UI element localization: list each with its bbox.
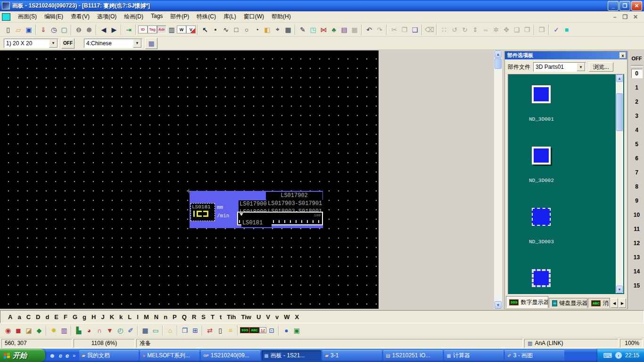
keyboard-icon[interactable]: ⌨ [603,352,612,359]
recipe-icon[interactable]: ⊞ [190,325,200,336]
word-switch-icon[interactable]: ◼ [13,325,24,336]
tag-letter-button[interactable]: l [137,313,139,321]
tag-w-icon[interactable]: W [177,25,186,33]
tag-letter-button[interactable]: P [173,313,177,321]
scroll-up-icon[interactable]: ▲ [495,50,502,58]
tag-letter-button[interactable]: a [17,313,21,321]
menu-item[interactable]: 查看(V) [67,11,93,22]
tag-letter-button[interactable]: N [154,313,158,321]
tag-letter-button[interactable]: D [36,313,40,321]
browse-button[interactable]: 浏览... [589,62,613,72]
menu-item[interactable]: 绘画(D) [120,11,147,22]
task-1s210240[interactable]: GP 1S210240(09... [201,350,260,361]
tag-name-icon[interactable]: Tag [148,25,157,33]
menu-item[interactable]: 选项(O) [93,11,120,22]
tab-message-display[interactable]: ABC 消 [588,298,610,308]
parts-file-select[interactable]: 3D Parts01 ▼ [533,62,586,72]
pilot-lamp-icon[interactable]: ▥ [59,325,69,336]
stamp-icon[interactable]: ▦ [349,25,360,35]
flip-horizontal-icon[interactable]: ⇔ [480,25,491,35]
palette-title-bar[interactable]: 部件选项板 x [505,51,627,59]
date-display-icon[interactable]: 12 [259,327,267,333]
prev-screen-icon[interactable]: ◀ [99,25,109,35]
palette-item[interactable]: ND_3D001 [529,85,586,122]
tab-keypad-display[interactable]: ▭ 键盘显示器 [549,298,587,308]
menu-item[interactable]: 编辑(E) [41,11,67,22]
tag-letter-button[interactable]: k [119,313,123,321]
state-number-button[interactable]: 3 [631,111,643,121]
menu-item[interactable]: 帮助(H) [268,11,295,22]
numeric-display-icon[interactable]: 999 [240,327,249,333]
rotate-cw-icon[interactable]: ↻ [460,25,470,35]
text-tool-icon[interactable]: ✎ [297,25,308,35]
meter-graph-icon[interactable]: ◴ [115,325,125,336]
state-number-button[interactable]: 6 [631,154,643,163]
state-number-button[interactable]: 15 [631,281,643,290]
quick-launch-overflow[interactable]: » [73,353,75,358]
state-number-button[interactable]: 2 [631,97,643,107]
tag-letter-button[interactable]: H [91,313,96,321]
mdi-close-button[interactable]: ✕ [632,14,639,20]
state-number-button[interactable]: 0 [631,69,643,78]
task-3-1[interactable]: ▰ 3-1 [322,350,382,361]
tag-letter-button[interactable]: d [45,313,49,321]
data-copy-icon[interactable]: ❐ [180,325,190,336]
erase-icon[interactable]: ⌫ [424,25,435,35]
send-back-icon[interactable]: ❐ [522,25,532,35]
text-table-icon[interactable]: ▦ [145,38,157,49]
logging-icon[interactable]: ▯ [215,325,225,336]
menu-item[interactable]: Tags [147,11,166,22]
bar-graph-icon[interactable]: ▙ [74,325,84,336]
state-number-button[interactable]: 11 [631,224,643,234]
state-number-button[interactable]: 1 [631,83,643,92]
state-number-button[interactable]: 13 [631,253,643,262]
tab-scroll-right-button[interactable]: ▶ [619,298,626,308]
tag-letter-button[interactable]: Tih [227,313,236,321]
language-select[interactable]: 4:Chinese ▼ [84,39,142,48]
flip-vertical-icon[interactable]: ⇕ [470,25,480,35]
group-icon[interactable]: ❒ [537,25,547,35]
task-huaban[interactable]: ▦ 画板 - 1S21... [262,350,321,361]
canvas-vertical-scrollbar[interactable]: ▲ ▼ [494,50,502,309]
window-part-icon[interactable]: ⊡ [266,325,277,336]
dot-tool-icon[interactable]: • [210,25,221,35]
new-screen-icon[interactable]: ▯ [3,25,13,35]
chevron-down-icon[interactable]: ▼ [49,39,58,48]
tag-letter-button[interactable]: A [8,313,12,321]
tag-id-icon[interactable]: ID [138,25,148,33]
image-tool-icon[interactable]: ♣ [329,25,339,35]
minimize-button[interactable]: _ [608,1,619,11]
tag-label[interactable]: LS017902 [266,192,322,200]
task-1s210251[interactable]: ▤ 1S210251 IO... [383,350,443,361]
tag-letter-button[interactable]: E [54,313,58,321]
menu-item[interactable]: 库(L) [220,11,240,22]
scroll-up-icon[interactable]: ▲ [616,74,623,82]
tag-letter-button[interactable]: F [64,313,67,321]
pie-graph-icon[interactable]: ◕ [84,325,94,336]
save-icon[interactable]: ▣ [24,25,34,35]
keypad-icon[interactable]: ▦ [140,325,150,336]
tag-label[interactable]: LS017903-S017901 [267,200,326,208]
start-button[interactable]: 开始 [0,349,45,362]
chevron-down-icon[interactable]: ▼ [133,39,141,48]
hmi-widget[interactable]: LS0181 mm /min LS017902 LS017900 LS01790… [190,191,323,228]
tag-letter-button[interactable]: W [284,313,289,321]
numeric-display-part[interactable]: LS0181 [190,203,215,221]
tag-letter-button[interactable]: T [211,313,215,321]
paste-icon[interactable]: ❑ [410,25,420,35]
tag-letter-button[interactable]: X [295,313,299,321]
task-paint[interactable]: ✐ 3 - 画图 [505,350,564,361]
state-number-button[interactable]: 8 [631,182,643,191]
restore-button[interactable]: ❐ [619,1,630,11]
ellipse-tool-icon[interactable]: ○ [241,25,252,35]
scroll-down-icon[interactable]: ▼ [495,301,502,309]
state-number-button[interactable]: 14 [631,267,643,276]
rotate-ccw-icon[interactable]: ↺ [449,25,460,35]
tag-letter-button[interactable]: C [26,313,31,321]
frame-tool-icon[interactable]: ◳ [308,25,318,35]
tag-letter-button[interactable]: J [101,313,104,321]
tag-letter-button[interactable]: v [275,313,279,321]
close-button[interactable]: ✕ [631,1,642,11]
arc-tool-icon[interactable]: ◔ [252,25,262,35]
screen-select[interactable]: 1) 20 X 20 ▼ [4,39,58,48]
